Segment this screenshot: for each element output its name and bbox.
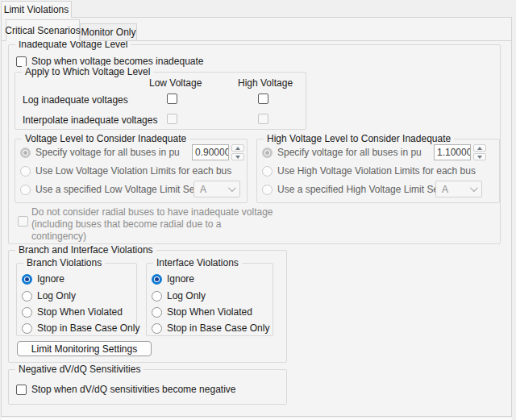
interface-option-ignore[interactable]: Ignore	[152, 273, 194, 285]
tab-critical-scenarios[interactable]: Critical Scenarios	[6, 19, 80, 41]
interface-ignore-radio[interactable]	[152, 274, 162, 285]
tab-monitor-only[interactable]: Monitor Only	[80, 23, 137, 40]
stop-inadequate-label: Stop when voltage becomes inadequate	[31, 56, 204, 67]
negative-dvdq-row: Stop when dV/dQ sensitivities become neg…	[16, 384, 235, 395]
group-branch-violations-title: Branch Violations	[23, 257, 105, 268]
limit-monitoring-settings-button[interactable]: Limit Monitoring Settings	[17, 341, 152, 356]
interface-option-log-only[interactable]: Log Only	[152, 290, 206, 301]
tab-limit-violations[interactable]: Limit Violations	[1, 1, 72, 18]
low-specify-row: Specify voltage for all buses in pu	[20, 147, 180, 158]
branch-stop-when-violated-label: Stop When Violated	[37, 306, 123, 318]
branch-log-only-radio[interactable]	[22, 291, 32, 301]
chevron-down-icon	[470, 184, 478, 192]
negative-dvdq-checkbox[interactable]	[16, 385, 27, 395]
interpolate-inadequate-low-checkbox	[167, 114, 177, 124]
branch-option-stop-base-case[interactable]: Stop in Base Case Only	[22, 322, 139, 334]
high-use-limits-label: Use High Voltage Violation Limits for ea…	[277, 165, 476, 177]
low-use-set-radio	[20, 185, 31, 195]
high-specify-radio	[262, 148, 273, 158]
low-voltage-value[interactable]: 0.90000	[192, 144, 229, 160]
branch-ignore-radio[interactable]	[22, 274, 32, 285]
branch-option-stop-when-violated[interactable]: Stop When Violated	[22, 306, 123, 318]
low-use-set-row: Use a specified Low Voltage Limit Set	[20, 184, 198, 195]
radial-buses-label: Do not consider radial buses to have ina…	[31, 206, 275, 243]
log-inadequate-high-checkbox[interactable]	[258, 94, 268, 104]
interpolate-inadequate-label: Interpolate inadequate voltages	[23, 114, 157, 126]
interface-stop-when-violated-radio[interactable]	[152, 307, 162, 318]
branch-ignore-label: Ignore	[37, 273, 64, 285]
low-use-limits-radio	[20, 166, 31, 177]
interface-stop-base-case-radio[interactable]	[152, 323, 162, 334]
log-inadequate-label: Log inadequate voltages	[23, 94, 128, 106]
high-use-set-row: Use a specified High Voltage Limit Set	[262, 184, 441, 195]
high-use-limits-row: Use High Voltage Violation Limits for ea…	[262, 165, 476, 177]
group-high-voltage-inadequate-title: High Voltage Level to Consider Inadequat…	[264, 133, 454, 144]
group-apply-voltage-level-title: Apply to Which Voltage Level	[22, 66, 153, 77]
low-limit-set-value: A	[200, 184, 206, 195]
high-use-limits-radio	[262, 166, 273, 177]
radial-buses-checkbox	[18, 216, 28, 227]
chevron-down-icon	[228, 184, 236, 192]
tab-monitor-only-label: Monitor Only	[81, 27, 135, 38]
high-spin-up-icon[interactable]	[473, 144, 486, 152]
limit-violations-dialog: Limit Violations Monitor Only Critical S…	[0, 0, 516, 420]
high-limit-set-value: A	[442, 184, 448, 195]
stop-inadequate-checkbox[interactable]	[16, 56, 27, 67]
column-header-low-voltage: Low Voltage	[149, 77, 202, 89]
group-interface-violations-title: Interface Violations	[153, 257, 242, 268]
negative-dvdq-label: Stop when dV/dQ sensitivities become neg…	[31, 384, 235, 395]
branch-option-ignore[interactable]: Ignore	[22, 273, 64, 285]
branch-stop-base-case-label: Stop in Base Case Only	[37, 322, 139, 334]
group-branch-interface-violations-title: Branch and Interface Violations	[15, 244, 156, 256]
column-header-high-voltage: High Voltage	[238, 77, 293, 89]
low-use-set-label: Use a specified Low Voltage Limit Set	[35, 184, 198, 195]
low-use-limits-row: Use Low Voltage Violation Limits for eac…	[20, 165, 231, 177]
tab-critical-scenarios-label: Critical Scenarios	[5, 25, 80, 36]
interpolate-inadequate-high-checkbox	[258, 114, 268, 124]
low-limit-set-combo: A	[194, 181, 240, 198]
low-specify-label: Specify voltage for all buses in pu	[35, 147, 180, 158]
group-low-voltage-inadequate-title: Voltage Level to Consider Inadequate	[22, 133, 189, 144]
branch-stop-base-case-radio[interactable]	[22, 323, 32, 334]
interface-stop-when-violated-label: Stop When Violated	[167, 306, 252, 318]
interface-ignore-label: Ignore	[167, 273, 194, 285]
interface-log-only-label: Log Only	[167, 290, 206, 301]
interface-stop-base-case-label: Stop in Base Case Only	[167, 322, 269, 334]
branch-option-log-only[interactable]: Log Only	[22, 290, 76, 301]
high-use-set-radio	[262, 185, 273, 195]
log-inadequate-low-checkbox[interactable]	[167, 94, 177, 104]
branch-log-only-label: Log Only	[37, 290, 76, 301]
low-spin-up-icon[interactable]	[231, 144, 244, 152]
branch-stop-when-violated-radio[interactable]	[22, 307, 32, 318]
high-specify-label: Specify voltage for all buses in pu	[277, 147, 422, 158]
interface-log-only-radio[interactable]	[152, 291, 162, 301]
low-voltage-spin: 0.90000	[192, 144, 244, 160]
interface-option-stop-base-case[interactable]: Stop in Base Case Only	[152, 322, 269, 334]
low-specify-radio	[20, 148, 31, 158]
high-limit-set-combo: A	[435, 181, 482, 198]
stop-inadequate-row: Stop when voltage becomes inadequate	[16, 56, 204, 67]
high-voltage-value[interactable]: 1.10000	[434, 144, 471, 160]
low-use-limits-label: Use Low Voltage Violation Limits for eac…	[35, 165, 231, 177]
high-spin-down-icon[interactable]	[473, 153, 486, 160]
group-negative-dvdq-title: Negative dV/dQ Sensitivities	[15, 364, 144, 375]
low-spin-down-icon[interactable]	[231, 153, 244, 160]
tab-limit-violations-label: Limit Violations	[4, 4, 69, 15]
high-voltage-spin: 1.10000	[434, 144, 486, 160]
high-use-set-label: Use a specified High Voltage Limit Set	[277, 184, 441, 195]
high-specify-row: Specify voltage for all buses in pu	[262, 147, 422, 158]
interface-option-stop-when-violated[interactable]: Stop When Violated	[152, 306, 252, 318]
